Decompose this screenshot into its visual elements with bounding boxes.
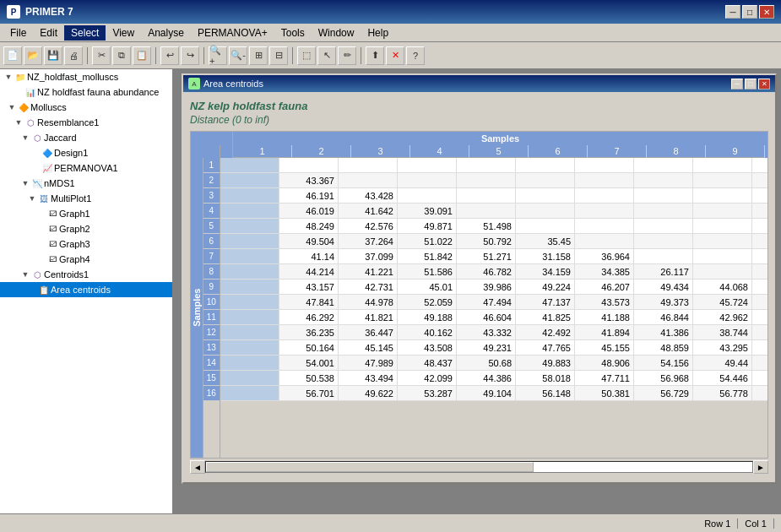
- cell-12-9[interactable]: 38.744: [693, 325, 752, 339]
- tree-item-graph2[interactable]: 🗠 Graph2: [0, 221, 172, 236]
- cell-4-9[interactable]: [693, 204, 752, 218]
- undo-btn[interactable]: ↩: [160, 46, 179, 65]
- mdi-maximize-btn[interactable]: □: [745, 79, 757, 90]
- cell-11-3[interactable]: 41.821: [339, 310, 398, 324]
- cell-9-7[interactable]: 46.207: [575, 280, 634, 294]
- cell-8-6[interactable]: 34.159: [516, 264, 575, 279]
- cell-11-8[interactable]: 46.844: [634, 310, 693, 324]
- cell-11-6[interactable]: 41.825: [516, 310, 575, 324]
- cell-1-6[interactable]: [516, 158, 575, 172]
- menu-analyse[interactable]: Analyse: [141, 25, 191, 41]
- cell-8-7[interactable]: 34.385: [575, 264, 634, 279]
- cell-1-3[interactable]: [339, 158, 398, 172]
- cell-10-9[interactable]: 45.724: [693, 295, 752, 309]
- cell-11-7[interactable]: 41.188: [575, 310, 634, 324]
- cell-4-1[interactable]: [220, 204, 279, 218]
- cell-9-9[interactable]: 44.068: [693, 280, 752, 294]
- cell-13-7[interactable]: 45.155: [575, 340, 634, 355]
- cell-4-4[interactable]: 39.091: [398, 204, 457, 218]
- cell-16-5[interactable]: 49.104: [457, 386, 516, 400]
- cell-14-4[interactable]: 48.437: [398, 356, 457, 370]
- cell-15-6[interactable]: 58.018: [516, 371, 575, 385]
- cell-6-9[interactable]: [693, 234, 752, 248]
- cell-7-9[interactable]: [693, 249, 752, 263]
- cell-6-3[interactable]: 37.264: [339, 234, 398, 248]
- cell-4-3[interactable]: 41.642: [339, 204, 398, 218]
- cell-10-7[interactable]: 43.573: [575, 295, 634, 309]
- cell-2-9[interactable]: [693, 173, 752, 187]
- copy-btn[interactable]: ⧉: [112, 46, 131, 65]
- cell-3-6[interactable]: [516, 188, 575, 203]
- cell-2-4[interactable]: [398, 173, 457, 187]
- cell-16-4[interactable]: 53.287: [398, 386, 457, 400]
- cell-16-1[interactable]: [220, 386, 279, 400]
- redo-btn[interactable]: ↪: [181, 46, 199, 65]
- cell-5-9[interactable]: [693, 219, 752, 233]
- menu-help[interactable]: Help: [361, 25, 395, 41]
- cell-1-5[interactable]: [457, 158, 516, 172]
- scroll-right-btn[interactable]: ►: [753, 460, 768, 474]
- menu-file[interactable]: File: [3, 25, 33, 41]
- cut-btn[interactable]: ✂: [92, 46, 111, 65]
- cell-3-8[interactable]: [634, 188, 693, 203]
- cell-14-8[interactable]: 54.156: [634, 356, 693, 370]
- maximize-btn[interactable]: □: [742, 5, 757, 19]
- cell-16-9[interactable]: 56.778: [693, 386, 752, 400]
- cell-14-2[interactable]: 54.001: [279, 356, 339, 370]
- expand-icon[interactable]: ▼: [20, 178, 30, 188]
- cursor-btn[interactable]: ↖: [317, 46, 336, 65]
- zoom-out-btn[interactable]: 🔍-: [229, 46, 247, 65]
- new-btn[interactable]: 📄: [3, 46, 22, 65]
- cell-3-5[interactable]: [457, 188, 516, 203]
- tree-item-graph3[interactable]: 🗠 Graph3: [0, 236, 172, 252]
- cell-5-8[interactable]: [634, 219, 693, 233]
- cell-3-9[interactable]: [693, 188, 752, 203]
- cell-12-1[interactable]: [220, 325, 279, 339]
- cell-8-3[interactable]: 41.221: [339, 264, 398, 279]
- cell-8-5[interactable]: 46.782: [457, 264, 516, 279]
- cell-11-9[interactable]: 42.962: [693, 310, 752, 324]
- cell-3-1[interactable]: [220, 188, 279, 203]
- expand-icon[interactable]: ▼: [3, 72, 14, 82]
- menu-permanova[interactable]: PERMANOVA+: [191, 25, 274, 41]
- cell-2-1[interactable]: [220, 173, 279, 187]
- cell-1-9[interactable]: [693, 158, 752, 172]
- cell-12-3[interactable]: 36.447: [339, 325, 398, 339]
- tree-item-nz-fauna[interactable]: 📊 NZ holdfast fauna abundance: [0, 84, 172, 100]
- cell-4-8[interactable]: [634, 204, 693, 218]
- save-btn[interactable]: 💾: [44, 46, 62, 65]
- cell-6-1[interactable]: [220, 234, 279, 248]
- brush-btn[interactable]: ✏: [338, 46, 356, 65]
- cell-8-2[interactable]: 44.214: [279, 264, 339, 279]
- cell-16-2[interactable]: 56.701: [279, 386, 339, 400]
- cell-1-7[interactable]: [575, 158, 634, 172]
- cell-5-4[interactable]: 49.871: [398, 219, 457, 233]
- cell-13-6[interactable]: 47.765: [516, 340, 575, 355]
- print-btn[interactable]: 🖨: [64, 46, 83, 65]
- cell-2-7[interactable]: [575, 173, 634, 187]
- cell-9-2[interactable]: 43.157: [279, 280, 339, 294]
- paste-btn[interactable]: 📋: [133, 46, 151, 65]
- h-scrollbar-track[interactable]: [205, 461, 753, 473]
- cell-4-7[interactable]: [575, 204, 634, 218]
- cell-9-1[interactable]: [220, 280, 279, 294]
- cell-2-5[interactable]: [457, 173, 516, 187]
- cell-7-1[interactable]: [220, 249, 279, 263]
- cell-12-6[interactable]: 42.492: [516, 325, 575, 339]
- delete-btn[interactable]: ✕: [386, 46, 404, 65]
- cell-13-8[interactable]: 48.859: [634, 340, 693, 355]
- menu-tools[interactable]: Tools: [274, 25, 312, 41]
- cell-16-6[interactable]: 56.148: [516, 386, 575, 400]
- tree-item-design1[interactable]: 🔷 Design1: [0, 145, 172, 160]
- cell-6-4[interactable]: 51.022: [398, 234, 457, 248]
- tree-item-centroids1[interactable]: ▼ ⬡ Centroids1: [0, 267, 172, 282]
- cell-14-5[interactable]: 50.68: [457, 356, 516, 370]
- h-scrollbar-thumb[interactable]: [206, 462, 534, 472]
- cell-7-7[interactable]: 36.964: [575, 249, 634, 263]
- cell-12-5[interactable]: 43.332: [457, 325, 516, 339]
- cell-10-6[interactable]: 47.137: [516, 295, 575, 309]
- cell-3-2[interactable]: 46.191: [279, 188, 339, 203]
- cell-3-3[interactable]: 43.428: [339, 188, 398, 203]
- cell-2-8[interactable]: [634, 173, 693, 187]
- cell-9-5[interactable]: 39.986: [457, 280, 516, 294]
